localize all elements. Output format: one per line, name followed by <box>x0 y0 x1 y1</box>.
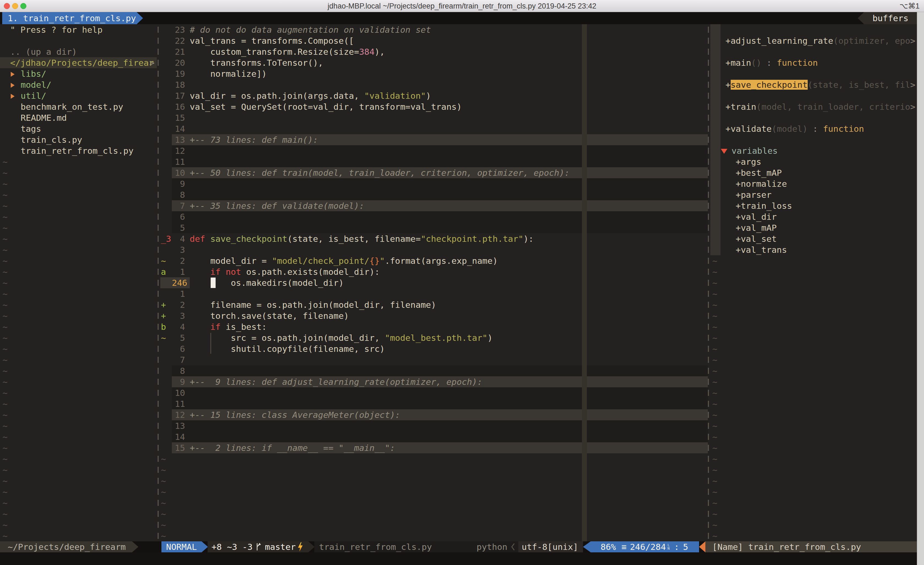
editor-line[interactable]: 8 <box>160 365 708 376</box>
tag-item-best_map[interactable]: +best_mAP <box>710 167 924 178</box>
folded-region: 10+-- 50 lines: def train(model, train_l… <box>172 167 708 178</box>
gitgutter-sign-icon: _3 <box>160 233 172 244</box>
tag-item-val_map[interactable]: +val_mAP <box>710 222 924 233</box>
editor-line[interactable]: 9+-- 9 lines: def adjust_learning_rate(o… <box>160 376 708 387</box>
editor-line[interactable]: 17val_dir = os.path.join(args.data, "val… <box>160 90 708 101</box>
tag-item-main-function[interactable]: +main() : function <box>710 57 924 68</box>
nerdtree-pane: " Press ? for help.. (up a dir)</jdhao/P… <box>0 24 157 541</box>
editor-line[interactable]: 6 shutil.copyfile(filename, src) <box>160 343 708 354</box>
editor-line[interactable]: 9 <box>160 178 708 189</box>
tree-item-benchmark_on_test.py[interactable]: benchmark_on_test.py <box>0 101 157 112</box>
tag-item-val_trans[interactable]: +val_trans <box>710 244 924 255</box>
editor-line[interactable]: 10 <box>160 387 708 398</box>
editor-line[interactable]: _34def save_checkpoint(state, is_best, f… <box>160 233 708 244</box>
editor-line[interactable]: b4 if is_best: <box>160 321 708 332</box>
tree-item-libs[interactable]: libs/ <box>0 68 157 79</box>
tag-item-val_dir[interactable]: +val_dir <box>710 211 924 222</box>
tag-item-train-model-train_loader-cri[interactable]: +train(model, train_loader, criterio> <box>710 101 924 112</box>
tree-label: benchmark_on_test.py <box>21 102 123 112</box>
tag-item-filler: ~ <box>710 288 924 299</box>
tag-item-filler: ~ <box>710 409 924 420</box>
editor-line[interactable]: 18 <box>160 79 708 90</box>
tag-item-adjust_learning_rate-optimiz[interactable]: +adjust_learning_rate(optimizer, epo> <box>710 35 924 46</box>
tilde-filler-icon: ~ <box>712 464 717 475</box>
tag-item-val_set[interactable]: +val_set <box>710 233 924 244</box>
tag-item-normalize[interactable]: +normalize <box>710 178 924 189</box>
tree-item-filler: ~ <box>0 530 157 541</box>
editor-line[interactable]: 20 transforms.ToTensor(), <box>160 57 708 68</box>
tree-item-jdhao-projects-deep_firear[interactable]: </jdhao/Projects/deep_firear> <box>0 57 157 68</box>
tree-item-filler: ~ <box>0 255 157 266</box>
editor-line[interactable]: 13+-- 73 lines: def main(): <box>160 134 708 145</box>
line-body: 11 <box>172 156 708 167</box>
editor-line[interactable]: 6 <box>160 211 708 222</box>
code-text: # do not do data augmentation on validat… <box>190 24 431 35</box>
tilde-filler-icon: ~ <box>3 332 8 343</box>
editor-line[interactable]: 13 <box>160 420 708 431</box>
sign-column <box>160 442 172 453</box>
window-separator[interactable] <box>708 24 709 541</box>
tilde-filler-icon: ~ <box>712 376 717 387</box>
editor-line[interactable]: ~5 src = os.path.join(model_dir, "model_… <box>160 332 708 343</box>
editor-line[interactable]: ~2 model_dir = "model/check_point/{}".fo… <box>160 255 708 266</box>
editor-line[interactable]: 15+-- 2 lines: if __name__ == "__main__"… <box>160 442 708 453</box>
tree-item-filler: ~ <box>0 321 157 332</box>
tag-item-args[interactable]: +args <box>710 156 924 167</box>
tree-item-util[interactable]: util/ <box>0 90 157 101</box>
editor-line[interactable]: 21 custom_transform.Resize(size=384), <box>160 46 708 57</box>
editor-line[interactable]: 16val_set = QuerySet(root=val_dir, trans… <box>160 101 708 112</box>
tree-item-press-for-help[interactable]: " Press ? for help <box>0 24 157 35</box>
tag-item-validate-model-function[interactable]: +validate(model) : function <box>710 123 924 134</box>
line-body: 19 normalize]) <box>172 68 708 79</box>
line-number: 10 <box>172 387 185 398</box>
editor-line[interactable]: +2 filename = os.path.join(model_dir, fi… <box>160 299 708 310</box>
editor-line[interactable]: 3 <box>160 244 708 255</box>
tag-item-parser[interactable]: +parser <box>710 189 924 200</box>
code-text: +-- 2 lines: if __name__ == "__main__": <box>190 442 395 453</box>
editor-pane[interactable]: 23# do not do data augmentation on valid… <box>160 24 708 541</box>
tab-active[interactable]: 1. train_retr_from_cls.py <box>2 12 136 24</box>
editor-line[interactable]: 10+-- 50 lines: def train(model, train_l… <box>160 167 708 178</box>
tree-item-filler: ~ <box>0 277 157 288</box>
tree-item-tags[interactable]: tags <box>0 123 157 134</box>
editor-line[interactable]: 14 <box>160 431 708 442</box>
editor-line[interactable]: +3 torch.save(state, filename) <box>160 310 708 321</box>
editor-line[interactable]: 11 <box>160 156 708 167</box>
editor-line[interactable]: 5 <box>160 222 708 233</box>
tag-item-filler: ~ <box>710 387 924 398</box>
tree-item-train_cls.py[interactable]: train_cls.py <box>0 134 157 145</box>
tree-item-..-up-a-dir[interactable]: .. (up a dir) <box>0 46 157 57</box>
editor-line[interactable]: a1 if not os.path.exists(model_dir): <box>160 266 708 277</box>
editor-line[interactable]: 19 normalize]) <box>160 68 708 79</box>
tag-section-variables[interactable]: variables <box>710 145 924 156</box>
code-text: val_set = QuerySet(root=val_dir, transfo… <box>190 101 462 112</box>
line-body: 3 <box>172 244 708 255</box>
editor-line[interactable]: 7+-- 35 lines: def validate(model): <box>160 200 708 211</box>
dir-name: util/ <box>21 91 46 101</box>
command-line[interactable] <box>0 552 924 565</box>
sign-column: ~ <box>160 530 172 541</box>
collapse-triangle-icon <box>721 149 728 154</box>
folder-collapsed-icon <box>11 94 15 99</box>
tag-item-save_checkpoint-state-is_bes[interactable]: +save_checkpoint(state, is_best, fil> <box>710 79 924 90</box>
editor-line[interactable]: 15 <box>160 112 708 123</box>
editor-line[interactable]: 12+-- 15 lines: class AverageMeter(objec… <box>160 409 708 420</box>
window-separator[interactable] <box>158 24 159 541</box>
tag-item-train_loss[interactable]: +train_loss <box>710 200 924 211</box>
editor-line[interactable]: 12 <box>160 145 708 156</box>
editor-line[interactable]: 246 os.makedirs(model_dir) <box>160 277 708 288</box>
scrollbar[interactable] <box>917 12 924 565</box>
editor-line[interactable]: 11 <box>160 398 708 409</box>
editor-line[interactable]: 14 <box>160 123 708 134</box>
tree-item-readme.md[interactable]: README.md <box>0 112 157 123</box>
editor-line[interactable]: 1 <box>160 288 708 299</box>
buffers-label[interactable]: buffers <box>864 12 917 24</box>
editor-line[interactable]: 23# do not do data augmentation on valid… <box>160 24 708 35</box>
tree-item-model[interactable]: model/ <box>0 79 157 90</box>
tree-item-train_retr_from_cls.py[interactable]: train_retr_from_cls.py <box>0 145 157 156</box>
line-body: 9 <box>172 178 708 189</box>
editor-line[interactable]: 22val_trans = transforms.Compose([ <box>160 35 708 46</box>
editor-line[interactable]: 8 <box>160 189 708 200</box>
editor-line[interactable]: 7 <box>160 354 708 365</box>
tag-item-filler: ~ <box>710 310 924 321</box>
